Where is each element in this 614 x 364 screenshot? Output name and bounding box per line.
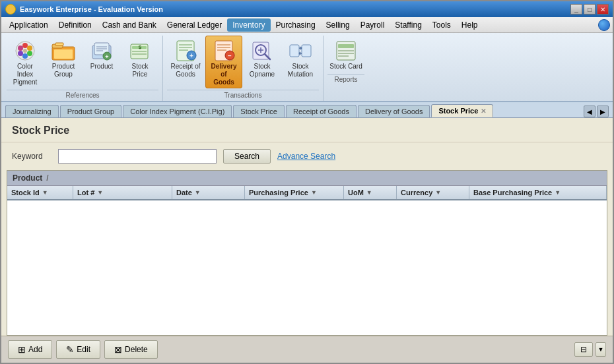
- menu-tools[interactable]: Tools: [427, 18, 456, 32]
- opname-icon: [250, 39, 274, 63]
- tab-journalizing[interactable]: Journalizing: [5, 105, 59, 117]
- svg-text:−: −: [228, 52, 232, 59]
- table-container: Product / Stock Id ▼ Lot # ▼ Date ▼ Purc…: [7, 170, 607, 336]
- ribbon-group-label-transactions: Transactions: [167, 90, 319, 101]
- col-label-stock-id: Stock Id: [11, 189, 40, 197]
- col-header-uom[interactable]: UoM ▼: [344, 186, 397, 199]
- menu-inventory[interactable]: Inventory: [227, 18, 270, 32]
- ribbon-btn-product-group[interactable]: ProductGroup: [45, 36, 82, 88]
- col-header-date[interactable]: Date ▼: [172, 186, 245, 199]
- col-header-purchasing-price[interactable]: Purchasing Price ▼: [245, 186, 344, 199]
- advance-search-link[interactable]: Advance Search: [277, 152, 335, 161]
- menu-definition[interactable]: Definition: [53, 18, 97, 32]
- bottom-right: ⊟ ▼: [574, 342, 606, 357]
- ribbon-btn-stock-card[interactable]: Stock Card: [327, 36, 364, 73]
- globe-icon: [598, 19, 610, 31]
- menu-help[interactable]: Help: [456, 18, 483, 32]
- ribbon-btn-receipt-of-goods[interactable]: + Receipt ofGoods: [167, 36, 204, 88]
- menu-general-ledger[interactable]: General Ledger: [162, 18, 227, 32]
- ribbon-group-references: Color IndexPigment ProductGroup: [5, 36, 163, 101]
- col-header-currency[interactable]: Currency ▼: [397, 186, 469, 199]
- tab-stock-price-1-label: Stock Price: [240, 107, 277, 115]
- ribbon-label-receipt-of-goods: Receipt ofGoods: [170, 63, 200, 78]
- menu-application[interactable]: Application: [4, 18, 53, 32]
- add-button[interactable]: ⊞ Add: [8, 340, 52, 359]
- svg-point-4: [22, 53, 28, 59]
- layout-button[interactable]: ⊟: [574, 342, 593, 357]
- ribbon-btn-stock-mutation[interactable]: StockMutation: [282, 36, 319, 88]
- search-button[interactable]: Search: [223, 149, 271, 164]
- col-header-lot[interactable]: Lot # ▼: [73, 186, 172, 199]
- tab-journalizing-label: Journalizing: [13, 107, 51, 115]
- add-label: Add: [28, 345, 42, 354]
- tab-prev-button[interactable]: ◀: [584, 106, 596, 117]
- tab-color-index-pigment-label: Color Index Pigment (C.I.Pig): [130, 107, 224, 115]
- ribbon-btn-product[interactable]: + Product: [83, 36, 120, 88]
- col-dropdown-purchasing-price[interactable]: ▼: [311, 189, 317, 196]
- ribbon-btn-delivery-of-goods[interactable]: − Delivery ofGoods: [205, 36, 242, 88]
- col-dropdown-uom[interactable]: ▼: [366, 189, 372, 196]
- tab-close-icon[interactable]: ✕: [481, 107, 486, 115]
- menu-purchasing[interactable]: Purchasing: [271, 18, 321, 32]
- table-body: [7, 200, 607, 335]
- col-dropdown-stock-id[interactable]: ▼: [42, 189, 48, 196]
- ribbon-btn-color-index-pigment[interactable]: Color IndexPigment: [7, 36, 44, 88]
- col-dropdown-currency[interactable]: ▼: [435, 189, 441, 196]
- svg-rect-44: [338, 44, 354, 48]
- main-window: Easywork Enterprise - Evaluation Version…: [0, 0, 614, 364]
- edit-button[interactable]: ✎ Edit: [56, 340, 100, 359]
- table-column-headers: Stock Id ▼ Lot # ▼ Date ▼ Purchasing Pri…: [7, 186, 607, 200]
- ribbon-label-stock-card: Stock Card: [329, 63, 362, 71]
- tab-product-group[interactable]: Product Group: [60, 105, 122, 117]
- tab-bar: Journalizing Product Group Color Index P…: [1, 102, 613, 118]
- tab-next-button[interactable]: ▶: [597, 106, 609, 117]
- col-header-stock-id[interactable]: Stock Id ▼: [7, 186, 73, 199]
- col-label-lot: Lot #: [77, 189, 94, 197]
- menu-payroll[interactable]: Payroll: [355, 18, 390, 32]
- tab-stock-price-1[interactable]: Stock Price: [233, 105, 285, 117]
- menu-bar: Application Definition Cash and Bank Gen…: [1, 17, 613, 33]
- menu-right: [598, 19, 610, 31]
- col-dropdown-date[interactable]: ▼: [195, 189, 201, 196]
- search-input[interactable]: [58, 149, 217, 164]
- ribbon-btn-stock-price[interactable]: $ Stock Price: [121, 36, 158, 88]
- tab-stock-price-2-label: Stock Price: [438, 107, 478, 115]
- col-dropdown-base-purchasing-price[interactable]: ▼: [555, 189, 561, 196]
- product-header-slash: /: [46, 173, 48, 183]
- tab-stock-price-2[interactable]: Stock Price ✕: [431, 104, 493, 117]
- content-area: Stock Price Keyword Search Advance Searc…: [1, 118, 613, 336]
- ribbon-label-delivery-of-goods: Delivery ofGoods: [207, 63, 240, 86]
- tab-delivery-of-goods[interactable]: Delivery of Goods: [358, 105, 430, 117]
- maximize-button[interactable]: □: [584, 4, 596, 15]
- minimize-button[interactable]: _: [570, 4, 582, 15]
- svg-rect-10: [54, 49, 73, 59]
- edit-label: Edit: [77, 345, 90, 354]
- tab-receipt-of-goods-label: Receipt of Goods: [293, 107, 349, 115]
- layout-dropdown-button[interactable]: ▼: [596, 342, 606, 357]
- menu-staffing[interactable]: Staffing: [390, 18, 426, 32]
- col-header-base-purchasing-price[interactable]: Base Purchasing Price ▼: [469, 186, 607, 199]
- svg-point-6: [18, 46, 23, 51]
- svg-rect-11: [55, 43, 63, 46]
- bottom-bar: ⊞ Add ✎ Edit ⊠ Delete ⊟ ▼: [1, 336, 613, 363]
- product-header-row: Product /: [7, 171, 607, 186]
- product-header-label: Product: [13, 173, 42, 183]
- col-dropdown-lot[interactable]: ▼: [97, 189, 103, 196]
- svg-point-2: [27, 46, 32, 51]
- menu-cash-and-bank[interactable]: Cash and Bank: [97, 18, 162, 32]
- color-palette-icon: [13, 39, 37, 63]
- stock-price-icon: $: [128, 39, 152, 63]
- close-button[interactable]: ✕: [597, 4, 609, 15]
- ribbon-label-product-group: ProductGroup: [52, 63, 75, 78]
- tab-receipt-of-goods[interactable]: Receipt of Goods: [286, 105, 357, 117]
- search-area: Keyword Search Advance Search: [1, 142, 613, 170]
- delete-button[interactable]: ⊠ Delete: [104, 340, 158, 359]
- product-icon: +: [90, 39, 114, 63]
- ribbon-group-transactions: + Receipt ofGoods: [166, 36, 324, 101]
- ribbon-label-stock-opname: StockOpname: [250, 63, 275, 78]
- ribbon-btn-stock-opname[interactable]: StockOpname: [244, 36, 281, 88]
- ribbon-group-transactions-items: + Receipt ofGoods: [167, 36, 319, 88]
- menu-selling[interactable]: Selling: [321, 18, 355, 32]
- tab-color-index-pigment[interactable]: Color Index Pigment (C.I.Pig): [123, 105, 232, 117]
- col-label-date: Date: [176, 189, 192, 197]
